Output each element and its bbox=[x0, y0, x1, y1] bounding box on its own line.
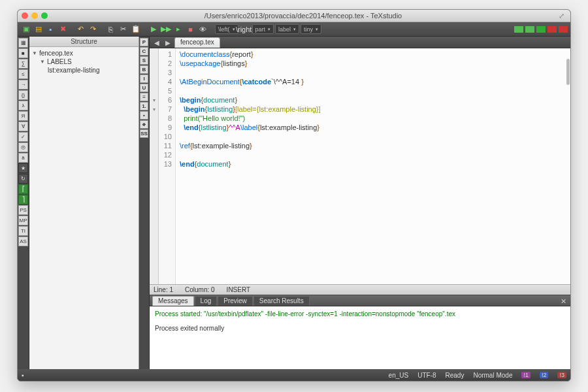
new-file-icon[interactable]: ▣ bbox=[20, 24, 31, 35]
bold-icon[interactable]: B bbox=[140, 65, 148, 74]
code-content[interactable]: \documentclass{report}\usepackage{listin… bbox=[176, 48, 570, 284]
panel-right-icon[interactable]: ⎤ bbox=[18, 195, 28, 204]
marker-2-icon[interactable] bbox=[525, 26, 534, 33]
panel-relation-icon[interactable]: ≤ bbox=[18, 69, 28, 79]
line-numbers: 12345678910111213 bbox=[159, 48, 176, 284]
tab-back-icon[interactable]: ◀ bbox=[152, 39, 161, 48]
tab-fwd-icon[interactable]: ▶ bbox=[163, 39, 172, 48]
copy-icon[interactable]: ⎘ bbox=[105, 24, 116, 35]
panel-math-icon[interactable]: ∀ bbox=[18, 122, 28, 131]
structure-header: Structure bbox=[29, 37, 139, 47]
badge-3[interactable]: !3 bbox=[557, 372, 566, 378]
panel-misc-icon[interactable]: ◎ bbox=[18, 142, 28, 152]
messages-body: Process started: "/usr/texbin/pdflatex" … bbox=[150, 306, 570, 369]
panel-arrow-icon[interactable]: → bbox=[18, 80, 28, 90]
chap-icon[interactable]: C bbox=[140, 47, 148, 56]
messages-panel: Messages Log Preview Search Results ✕ Pr… bbox=[150, 295, 570, 369]
panel-bookmark-icon[interactable]: ■ bbox=[18, 48, 28, 58]
paste-icon[interactable]: 📋 bbox=[130, 24, 141, 35]
scrollbar[interactable] bbox=[566, 59, 570, 85]
status-doc-icon[interactable]: ▪ bbox=[22, 372, 24, 379]
status-col: Column: 0 bbox=[185, 286, 215, 293]
panel-left-icon[interactable]: ⎡ bbox=[18, 184, 28, 194]
panel-symbols-icon[interactable]: ∑ bbox=[18, 59, 28, 69]
structure-label-item[interactable]: lst:example-listing bbox=[32, 66, 136, 74]
panel-check-icon[interactable]: ✓ bbox=[18, 132, 28, 142]
panel-as-icon[interactable]: AS bbox=[18, 237, 28, 246]
redo-icon[interactable]: ↷ bbox=[88, 24, 99, 35]
tab-preview[interactable]: Preview bbox=[218, 296, 253, 306]
compile-icon[interactable]: ▸ bbox=[172, 24, 184, 35]
panel-recent-icon[interactable]: ↻ bbox=[18, 174, 28, 184]
sect-icon[interactable]: S bbox=[140, 56, 148, 65]
stop-icon[interactable]: ■ bbox=[185, 24, 196, 35]
enum-icon[interactable]: 1. bbox=[140, 102, 148, 110]
status-editmode[interactable]: Normal Mode bbox=[473, 372, 512, 379]
messages-close-icon[interactable]: ✕ bbox=[557, 297, 570, 306]
marker-1-icon[interactable] bbox=[514, 26, 523, 33]
cut-icon[interactable]: ✂ bbox=[118, 24, 129, 35]
status-mode: INSERT bbox=[227, 286, 251, 293]
app-window: /Users/enrico2013/provaccia/dec2014/fenc… bbox=[17, 9, 571, 382]
part-icon[interactable]: P bbox=[140, 38, 148, 46]
panel-file-icon[interactable]: ▦ bbox=[18, 38, 28, 48]
panel-cyr-icon[interactable]: Я bbox=[18, 111, 28, 121]
panel-delim-icon[interactable]: {} bbox=[18, 90, 28, 100]
panel-ti-icon[interactable]: TI bbox=[18, 226, 28, 236]
marker-4-icon[interactable] bbox=[547, 26, 557, 33]
close-file-icon[interactable]: ✖ bbox=[57, 24, 69, 35]
link-icon[interactable]: ⎆ bbox=[140, 120, 148, 129]
main-toolbar: ▣ ▤ ▪ ✖ ↶ ↷ ⎘ ✂ 📋 ▶ ▶▶ ▸ ■ 👁 \left( \rig… bbox=[18, 22, 570, 37]
status-ready: Ready bbox=[446, 372, 465, 379]
code-editor[interactable]: ▾▾ 12345678910111213 \documentclass{repo… bbox=[150, 48, 570, 284]
build-view-icon[interactable]: ▶▶ bbox=[160, 24, 171, 35]
tab-file[interactable]: fenceop.tex bbox=[174, 37, 220, 48]
ss-icon[interactable]: SS bbox=[140, 129, 148, 138]
size-select[interactable]: tiny bbox=[301, 24, 321, 34]
badge-1[interactable]: !1 bbox=[521, 372, 531, 378]
save-icon[interactable]: ▪ bbox=[45, 24, 56, 35]
fullscreen-icon[interactable]: ⤢ bbox=[559, 12, 566, 20]
view-icon[interactable]: 👁 bbox=[197, 24, 208, 35]
zoom-icon[interactable] bbox=[41, 12, 48, 19]
fold-gutter[interactable]: ▾▾ bbox=[150, 48, 159, 284]
panel-ps-icon[interactable]: PS bbox=[18, 205, 28, 215]
bracket-select[interactable]: \left( bbox=[215, 24, 238, 34]
msg-process-started: Process started: "/usr/texbin/pdflatex" … bbox=[155, 309, 565, 319]
open-file-icon[interactable]: ▤ bbox=[33, 24, 44, 35]
titlebar: /Users/enrico2013/provaccia/dec2014/fenc… bbox=[18, 10, 570, 22]
structure-labels-node[interactable]: ▼LABELS bbox=[32, 57, 136, 66]
status-encoding[interactable]: UTF-8 bbox=[417, 372, 436, 379]
app-statusbar: ▪ en_US UTF-8 Ready Normal Mode !1 !2 !3 bbox=[18, 369, 570, 381]
part-select[interactable]: part bbox=[252, 24, 274, 34]
right-bracket-icon[interactable]: \right) bbox=[240, 24, 251, 35]
status-lang[interactable]: en_US bbox=[389, 372, 409, 379]
item-icon[interactable]: • bbox=[140, 111, 148, 120]
panel-greek-icon[interactable]: λ bbox=[18, 101, 28, 110]
panel-fav-icon[interactable]: ★ bbox=[18, 163, 28, 173]
structure-file-node[interactable]: ▼fenceop.tex bbox=[32, 49, 136, 57]
tab-messages[interactable]: Messages bbox=[152, 296, 194, 306]
marker-3-icon[interactable] bbox=[536, 26, 546, 33]
close-icon[interactable] bbox=[22, 12, 28, 19]
markup-toolbar: P C S B I U ≡ 1. • ⎆ SS bbox=[139, 37, 150, 369]
undo-icon[interactable]: ↶ bbox=[75, 24, 86, 35]
structure-panel: Structure ▼fenceop.tex ▼LABELS lst:examp… bbox=[29, 37, 139, 369]
italic-icon[interactable]: I bbox=[140, 74, 148, 83]
tab-search-results[interactable]: Search Results bbox=[253, 296, 310, 306]
editor-tabs: ◀ ▶ fenceop.tex bbox=[150, 37, 570, 48]
editor-statusbar: Line: 1 Column: 0 INSERT bbox=[150, 284, 570, 295]
badge-2[interactable]: !2 bbox=[540, 372, 549, 378]
under-icon[interactable]: U bbox=[140, 84, 148, 92]
list-icon[interactable]: ≡ bbox=[140, 93, 148, 101]
label-select[interactable]: label bbox=[275, 24, 299, 34]
panel-accent-icon[interactable]: ä bbox=[18, 153, 28, 163]
msg-process-exited: Process exited normally bbox=[155, 323, 565, 334]
minimize-icon[interactable] bbox=[31, 12, 38, 19]
tab-log[interactable]: Log bbox=[195, 296, 218, 306]
status-line: Line: 1 bbox=[154, 286, 173, 293]
left-toolbar: ▦ ■ ∑ ≤ → {} λ Я ∀ ✓ ◎ ä ★ ↻ ⎡ ⎤ PS MP T… bbox=[18, 37, 29, 369]
build-icon[interactable]: ▶ bbox=[148, 24, 159, 35]
marker-5-icon[interactable] bbox=[559, 26, 568, 33]
panel-mp-icon[interactable]: MP bbox=[18, 216, 28, 225]
